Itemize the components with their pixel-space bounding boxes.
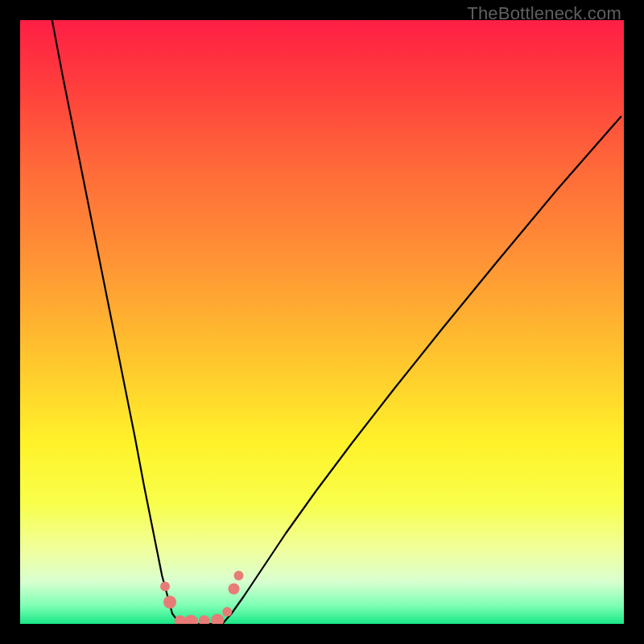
chart-svg [20, 20, 624, 624]
marker-point [229, 584, 240, 595]
marker-point [163, 596, 176, 609]
watermark-text: TheBottleneck.com [467, 3, 621, 24]
marker-point [160, 582, 170, 592]
chart-frame [20, 20, 624, 624]
marker-point [234, 571, 244, 580]
marker-point [222, 607, 232, 617]
gradient-background [20, 20, 624, 624]
